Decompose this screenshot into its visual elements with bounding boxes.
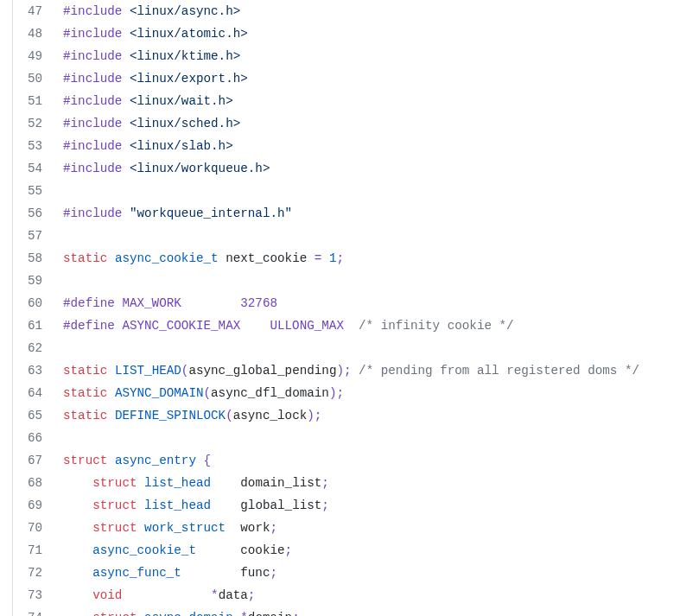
code-line: 52#include <linux/sched.h>: [0, 112, 699, 135]
line-number[interactable]: 57: [0, 225, 56, 247]
line-number[interactable]: 53: [0, 135, 56, 157]
token: [122, 72, 130, 86]
line-content[interactable]: #include "workqueue_internal.h": [56, 202, 699, 225]
line-number[interactable]: 70: [0, 517, 56, 539]
token: [63, 476, 92, 490]
token: [122, 139, 130, 153]
code-line: 48#include <linux/atomic.h>: [0, 22, 699, 45]
token: (: [226, 409, 233, 422]
line-number[interactable]: 68: [0, 472, 56, 494]
line-number[interactable]: 61: [0, 314, 56, 337]
token: /* pending from all registered doms */: [359, 364, 639, 378]
line-content[interactable]: [56, 337, 699, 359]
token: static: [63, 251, 107, 265]
token: [63, 521, 92, 535]
code-line: 73 void *data;: [0, 584, 699, 606]
token: work: [240, 521, 270, 535]
line-number[interactable]: 47: [0, 0, 56, 22]
line-number[interactable]: 50: [0, 67, 56, 90]
token: #define MAX_WORK 32768: [63, 296, 277, 310]
token: ;: [336, 251, 344, 265]
line-content[interactable]: async_func_t func;: [56, 562, 699, 584]
line-number[interactable]: 62: [0, 337, 56, 359]
token: cookie: [240, 543, 284, 557]
line-content[interactable]: #include <linux/atomic.h>: [56, 22, 699, 45]
token: struct: [92, 611, 137, 616]
code-line: 69 struct list_head global_list;: [0, 494, 699, 517]
line-content[interactable]: static LIST_HEAD(async_global_pending); …: [56, 359, 699, 382]
line-content[interactable]: #include <linux/wait.h>: [56, 90, 699, 112]
line-number[interactable]: 56: [0, 202, 56, 225]
line-content[interactable]: void *data;: [56, 584, 699, 606]
token: #include: [63, 49, 122, 63]
line-content[interactable]: #define ASYNC_COOKIE_MAX ULLONG_MAX /* i…: [56, 314, 699, 337]
token: [211, 476, 240, 490]
line-number[interactable]: 51: [0, 90, 56, 112]
line-number[interactable]: 59: [0, 270, 56, 292]
token: [107, 364, 115, 378]
line-number[interactable]: 54: [0, 157, 56, 180]
line-content[interactable]: [56, 225, 699, 247]
token: *: [240, 611, 248, 616]
token: LIST_HEAD: [115, 364, 181, 378]
token: [196, 543, 240, 557]
token: [122, 588, 211, 602]
token: <linux/slab.h>: [130, 139, 233, 153]
line-content[interactable]: struct async_domain *domain;: [56, 606, 699, 616]
code-line: 65static DEFINE_SPINLOCK(async_lock);: [0, 404, 699, 427]
line-content[interactable]: async_cookie_t cookie;: [56, 539, 699, 562]
token: async_global_pending: [188, 364, 336, 378]
token: );: [329, 386, 344, 400]
line-number[interactable]: 63: [0, 359, 56, 382]
code-line: 62: [0, 337, 699, 359]
code-line: 54#include <linux/workqueue.h>: [0, 157, 699, 180]
line-number[interactable]: 52: [0, 112, 56, 135]
token: struct: [92, 521, 137, 535]
line-number[interactable]: 49: [0, 45, 56, 67]
line-number[interactable]: 58: [0, 247, 56, 270]
line-content[interactable]: [56, 427, 699, 449]
line-number[interactable]: 73: [0, 584, 56, 606]
line-content[interactable]: static async_cookie_t next_cookie = 1;: [56, 247, 699, 270]
line-number[interactable]: 48: [0, 22, 56, 45]
code-table: 47#include <linux/async.h>48#include <li…: [0, 0, 699, 616]
line-number[interactable]: 67: [0, 449, 56, 472]
line-content[interactable]: #include <linux/async.h>: [56, 0, 699, 22]
line-number[interactable]: 74: [0, 606, 56, 616]
line-content[interactable]: [56, 180, 699, 202]
line-content[interactable]: struct list_head domain_list;: [56, 472, 699, 494]
line-content[interactable]: struct list_head global_list;: [56, 494, 699, 517]
code-line: 66: [0, 427, 699, 449]
line-content[interactable]: #include <linux/sched.h>: [56, 112, 699, 135]
line-content[interactable]: [56, 270, 699, 292]
token: (: [204, 386, 212, 400]
token: [352, 364, 359, 378]
token: struct: [92, 499, 137, 512]
code-line: 67struct async_entry {: [0, 449, 699, 472]
line-number[interactable]: 72: [0, 562, 56, 584]
line-content[interactable]: struct work_struct work;: [56, 517, 699, 539]
token: [233, 611, 241, 616]
token: [107, 454, 115, 467]
line-number[interactable]: 55: [0, 180, 56, 202]
line-number[interactable]: 71: [0, 539, 56, 562]
line-number[interactable]: 69: [0, 494, 56, 517]
token: #include: [63, 72, 122, 86]
token: [122, 27, 130, 41]
token: ;: [285, 543, 293, 557]
line-content[interactable]: struct async_entry {: [56, 449, 699, 472]
line-content[interactable]: #include <linux/workqueue.h>: [56, 157, 699, 180]
line-content[interactable]: static DEFINE_SPINLOCK(async_lock);: [56, 404, 699, 427]
token: ;: [321, 476, 329, 490]
line-number[interactable]: 65: [0, 404, 56, 427]
line-content[interactable]: #include <linux/ktime.h>: [56, 45, 699, 67]
line-number[interactable]: 60: [0, 292, 56, 314]
line-content[interactable]: #define MAX_WORK 32768: [56, 292, 699, 314]
line-number[interactable]: 66: [0, 427, 56, 449]
line-content[interactable]: #include <linux/export.h>: [56, 67, 699, 90]
line-content[interactable]: #include <linux/slab.h>: [56, 135, 699, 157]
line-content[interactable]: static ASYNC_DOMAIN(async_dfl_domain);: [56, 382, 699, 404]
line-number[interactable]: 64: [0, 382, 56, 404]
token: <linux/workqueue.h>: [130, 162, 270, 175]
token: ;: [270, 566, 277, 580]
